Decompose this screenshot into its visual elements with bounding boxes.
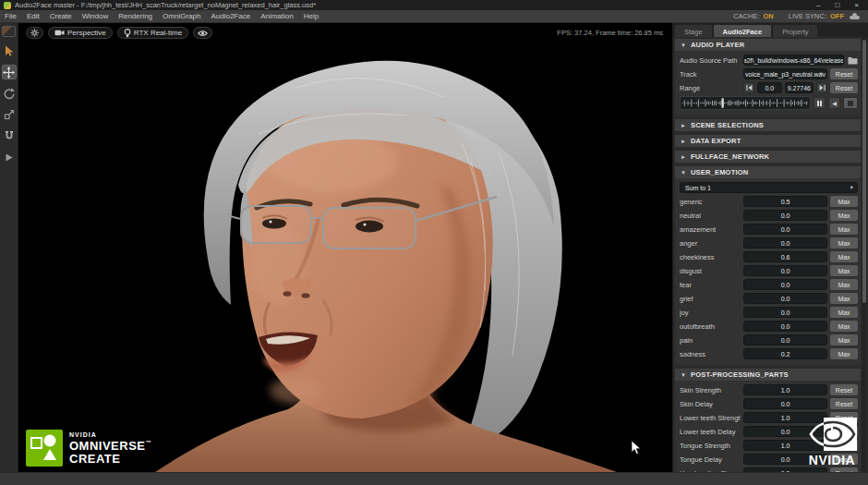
visibility-menu-button[interactable]	[193, 27, 212, 39]
menu-rendering[interactable]: Rendering	[118, 12, 152, 20]
postproc-skin-strength-button[interactable]: Reset	[830, 384, 858, 395]
emotion-grief-button[interactable]: Max	[830, 293, 858, 304]
postproc-skin-strength-slider[interactable]: 1.0	[743, 384, 827, 395]
emotion-sadness-slider[interactable]: 0.2	[743, 348, 827, 359]
post-processing-header[interactable]: ▼ POST-PROCESSING_PARTS	[675, 369, 861, 381]
record-button[interactable]	[843, 97, 858, 109]
tab-audio2face[interactable]: Audio2Face	[714, 25, 772, 37]
audio-source-path-field[interactable]: f:\a2f\_build\windows-x86_64\release\e	[743, 55, 844, 66]
emotion-grief-slider[interactable]: 0.0	[743, 293, 827, 304]
postproc-skin-delay-button[interactable]: Reset	[830, 398, 858, 409]
postproc-value: 1.0	[781, 415, 790, 421]
audio-timeline-scrubber[interactable]	[680, 96, 811, 110]
audio-player-header[interactable]: ▼ AUDIO PLAYER	[675, 39, 861, 51]
emotion-fear-button[interactable]: Max	[830, 279, 858, 290]
panel-scrollbar[interactable]	[862, 38, 867, 471]
rewind-button[interactable]: ◀	[828, 97, 840, 109]
viewport-3d[interactable]: Perspective RTX Real-time FPS: 37.2	[18, 23, 672, 472]
emotion-disgust-button[interactable]: Max	[830, 265, 858, 276]
emotion-mode-dropdown[interactable]: Sum to 1 ▼	[680, 182, 858, 193]
trademark: ™	[146, 440, 152, 445]
postproc-value: 0.0	[781, 401, 790, 407]
main-area: Perspective RTX Real-time FPS: 37.2	[0, 23, 868, 472]
close-button[interactable]: ×	[854, 1, 859, 10]
play-tool[interactable]	[2, 150, 17, 164]
postproc-head-motion-strength-button[interactable]: Reset	[830, 467, 858, 472]
emotion-anger-slider[interactable]: 0.0	[743, 237, 827, 249]
postproc-value: 1.0	[781, 387, 790, 394]
emotion-fear-slider[interactable]: 0.0	[743, 279, 827, 290]
postproc-head-motion-strength-row: Head motion Strength0.5Reset	[680, 467, 858, 472]
emotion-pain-slider[interactable]: 0.0	[743, 334, 827, 346]
tab-stage[interactable]: Stage	[675, 25, 712, 37]
track-reset-button[interactable]: Reset	[830, 68, 858, 79]
emotion-anger-button[interactable]: Max	[830, 237, 858, 249]
emotion-amazement-button[interactable]: Max	[830, 224, 858, 235]
snap-tool[interactable]	[2, 128, 17, 143]
select-tool[interactable]	[2, 43, 17, 58]
emotion-pain-button[interactable]: Max	[830, 334, 858, 346]
emotion-generic-slider[interactable]: 0.5	[743, 196, 827, 207]
menu-animation[interactable]: Animation	[260, 12, 294, 20]
menu-help[interactable]: Help	[304, 12, 319, 20]
rotate-tool[interactable]	[2, 86, 17, 101]
emotion-label: fear	[680, 281, 741, 289]
emotion-outofbreath-button[interactable]: Max	[830, 321, 858, 332]
data-export-header[interactable]: ►DATA EXPORT	[675, 135, 861, 147]
camera-icon	[54, 29, 65, 37]
emotion-neutral-button[interactable]: Max	[830, 210, 858, 221]
scene-selections-header[interactable]: ►SCENE SELECTIONS	[675, 119, 861, 131]
emotion-joy-button[interactable]: Max	[830, 307, 858, 318]
panel-tabbar: StageAudio2FaceProperty	[673, 23, 868, 37]
emotion-cheekiness-button[interactable]: Max	[830, 251, 858, 262]
emotion-amazement-slider[interactable]: 0.0	[743, 224, 827, 235]
postproc-skin-delay-slider[interactable]: 0.0	[743, 398, 827, 409]
menu-create[interactable]: Create	[50, 12, 72, 20]
emotion-joy-slider[interactable]: 0.0	[743, 307, 827, 318]
emotion-value: 0.5	[781, 199, 790, 205]
postproc-head-motion-strength-slider[interactable]: 0.5	[743, 467, 827, 472]
cache-toggle[interactable]: ON	[763, 12, 773, 20]
omniverse-logo-icon	[26, 430, 63, 467]
fullface-network-header[interactable]: ►FULLFACE_NETWORK	[675, 151, 861, 163]
emotion-outofbreath-slider[interactable]: 0.0	[743, 321, 827, 332]
right-panel: StageAudio2FaceProperty ▼ AUDIO PLAYER A…	[672, 23, 868, 472]
snap-tool-icon	[4, 131, 15, 141]
menu-window[interactable]: Window	[82, 12, 108, 20]
range-end-field[interactable]: 9.27746	[785, 82, 814, 93]
range-start-field[interactable]: 0.0	[757, 82, 782, 93]
range-reset-button[interactable]: Reset	[830, 82, 858, 93]
audio-source-path-value: f:\a2f\_build\windows-x86_64\release\e	[743, 57, 844, 64]
viewport-settings-button[interactable]	[26, 27, 43, 39]
viewport-thumbnail[interactable]	[2, 26, 16, 37]
skip-to-end-icon[interactable]	[816, 82, 827, 93]
live-sync-toggle[interactable]: OFF	[830, 12, 844, 20]
emotion-cheekiness-slider[interactable]: 0.6	[743, 251, 827, 262]
move-tool[interactable]	[2, 65, 17, 79]
renderer-menu-button[interactable]: RTX Real-time	[117, 27, 188, 39]
menu-edit[interactable]: Edit	[27, 12, 40, 20]
scale-tool[interactable]	[2, 107, 17, 122]
scrollbar-thumb[interactable]	[862, 40, 866, 303]
camera-menu-button[interactable]: Perspective	[48, 27, 113, 39]
skip-to-start-icon[interactable]	[743, 82, 754, 93]
emotion-generic-button[interactable]: Max	[830, 196, 858, 207]
emotion-neutral-slider[interactable]: 0.0	[743, 210, 827, 221]
tab-property[interactable]: Property	[773, 25, 817, 37]
user-emotion-header[interactable]: ▼ USER_EMOTION	[675, 166, 861, 178]
collapse-arrow-icon: ►	[681, 154, 686, 160]
emotion-disgust-slider[interactable]: 0.0	[743, 265, 827, 276]
track-dropdown[interactable]: voice_male_p3_neutral.wav ▼	[743, 68, 827, 79]
emotion-sadness-button[interactable]: Max	[830, 348, 858, 359]
emotion-value: 0.6	[781, 254, 790, 261]
menu-omnigraph[interactable]: OmniGraph	[163, 12, 200, 20]
cloud-icon[interactable]	[850, 13, 860, 19]
minimize-button[interactable]: –	[816, 1, 820, 10]
menu-file[interactable]: File	[5, 12, 17, 20]
folder-icon[interactable]	[847, 55, 858, 66]
emotion-joy-row: joy0.0Max	[680, 307, 858, 318]
maximize-button[interactable]: □	[835, 1, 839, 10]
emotion-cheekiness-row: cheekiness0.6Max	[680, 251, 858, 262]
menu-audio2face[interactable]: Audio2Face	[211, 12, 250, 20]
pause-button[interactable]	[814, 97, 826, 109]
